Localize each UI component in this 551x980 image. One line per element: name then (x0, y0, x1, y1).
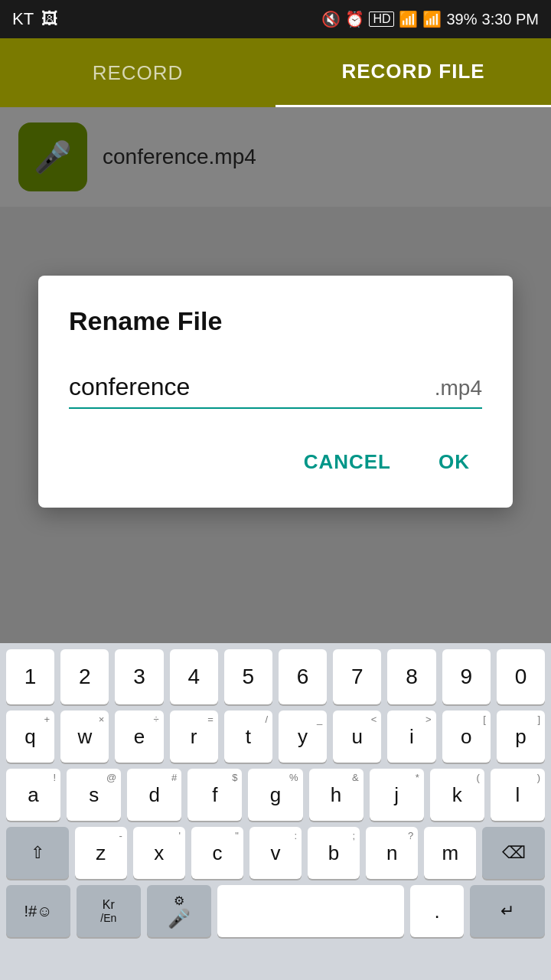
key-x[interactable]: 'x (133, 827, 185, 879)
key-n[interactable]: ?n (366, 827, 418, 879)
key-p[interactable]: ]p (497, 710, 545, 763)
key-l[interactable]: )l (491, 769, 545, 821)
status-bar: KT 🖼 🔇 ⏰ HD 📶 📶 39% 3:30 PM (0, 0, 551, 38)
lang-key[interactable]: Kr/En (77, 885, 141, 937)
key-g[interactable]: %g (248, 769, 302, 821)
enter-key[interactable]: ↵ (470, 885, 545, 937)
keyboard-bottom-row: !#☺ Kr/En ⚙ 🎤 . ↵ (6, 885, 545, 937)
tab-record[interactable]: RECORD (0, 40, 276, 106)
key-r[interactable]: =r (170, 710, 218, 763)
mic-key[interactable]: ⚙ 🎤 (147, 885, 211, 937)
key-b[interactable]: ;b (308, 827, 360, 879)
key-2[interactable]: 2 (60, 649, 109, 704)
file-extension: .mp4 (430, 370, 482, 407)
key-5[interactable]: 5 (224, 649, 272, 704)
keyboard-qwerty-row: +q ×w ÷e =r /t _y <u >i [o ]p (6, 710, 545, 763)
key-z[interactable]: -z (75, 827, 127, 879)
key-e[interactable]: ÷e (115, 710, 163, 763)
mute-icon: 🔇 (321, 10, 341, 28)
key-3[interactable]: 3 (115, 649, 163, 704)
cancel-button[interactable]: CANCEL (292, 439, 403, 485)
keyboard-zxcv-row: ⇧ -z 'x "c :v ;b ?n m ⌫ (6, 827, 545, 879)
key-h[interactable]: &h (309, 769, 364, 821)
key-f[interactable]: $f (187, 769, 242, 821)
input-row: .mp4 (69, 367, 482, 409)
key-v[interactable]: :v (249, 827, 302, 879)
backspace-key[interactable]: ⌫ (482, 827, 545, 879)
key-m[interactable]: m (424, 827, 476, 879)
key-7[interactable]: 7 (333, 649, 381, 704)
status-right: 🔇 ⏰ HD 📶 📶 39% 3:30 PM (321, 10, 539, 28)
key-u[interactable]: <u (333, 710, 381, 763)
key-y[interactable]: _y (279, 710, 327, 763)
on-screen-keyboard: 1 2 3 4 5 6 7 8 9 0 +q ×w ÷e =r /t _y <u… (0, 643, 551, 980)
hd-badge: HD (369, 11, 394, 27)
filename-input[interactable] (69, 367, 430, 407)
dialog-title: Rename File (69, 306, 482, 336)
battery-text: 39% (446, 11, 477, 28)
ok-button[interactable]: OK (426, 439, 482, 485)
carrier-label: KT (12, 9, 34, 29)
space-key[interactable] (217, 885, 405, 937)
key-j[interactable]: *j (370, 769, 424, 821)
tab-record-file[interactable]: RECORD FILE (276, 38, 551, 107)
key-d[interactable]: #d (127, 769, 181, 821)
key-9[interactable]: 9 (442, 649, 491, 704)
key-w[interactable]: ×w (60, 710, 109, 763)
signal-icon: 📶 (422, 10, 442, 28)
rename-file-dialog: Rename File .mp4 CANCEL OK (38, 276, 513, 508)
alarm-icon: ⏰ (345, 10, 364, 28)
key-8[interactable]: 8 (387, 649, 435, 704)
dialog-actions: CANCEL OK (69, 439, 482, 485)
app-header: RECORD RECORD FILE (0, 38, 551, 107)
key-k[interactable]: (k (430, 769, 484, 821)
status-left: KT 🖼 (12, 9, 58, 29)
key-o[interactable]: [o (442, 710, 491, 763)
key-i[interactable]: >i (387, 710, 435, 763)
period-key[interactable]: . (410, 885, 464, 937)
key-q[interactable]: +q (6, 710, 54, 763)
key-1[interactable]: 1 (6, 649, 54, 704)
key-t[interactable]: /t (224, 710, 272, 763)
keyboard-number-row: 1 2 3 4 5 6 7 8 9 0 (6, 649, 545, 704)
key-s[interactable]: @s (67, 769, 121, 821)
key-a[interactable]: !a (6, 769, 60, 821)
keyboard-asdf-row: !a @s #d $f %g &h *j (k )l (6, 769, 545, 821)
background-content: 🎤 conference.mp4 Rename File .mp4 CANCEL… (0, 107, 551, 643)
key-6[interactable]: 6 (279, 649, 327, 704)
symbols-key[interactable]: !#☺ (6, 885, 70, 937)
wifi-icon: 📶 (399, 10, 418, 28)
key-c[interactable]: "c (191, 827, 243, 879)
time-display: 3:30 PM (482, 11, 539, 28)
shift-key[interactable]: ⇧ (6, 827, 69, 879)
key-4[interactable]: 4 (170, 649, 218, 704)
gallery-icon: 🖼 (41, 9, 58, 29)
key-0[interactable]: 0 (497, 649, 545, 704)
